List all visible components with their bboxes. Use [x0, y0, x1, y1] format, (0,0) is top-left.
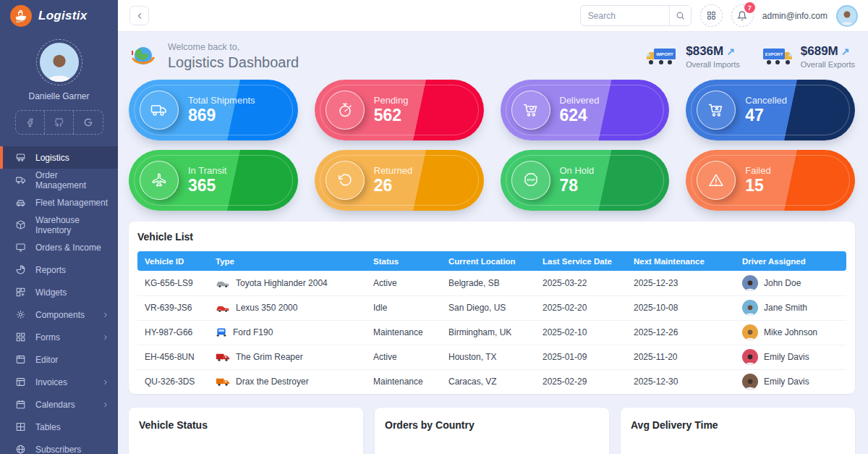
vehicle-type: The Grim Reaper — [236, 352, 303, 362]
vehicle-location: Houston, TX — [441, 345, 535, 369]
chevron-left-icon — [135, 12, 144, 20]
vehicle-id: EH-456-8UN — [137, 345, 208, 369]
sidebar-item-label: Reports — [35, 265, 66, 275]
import-truck-icon: IMPORT — [645, 46, 678, 67]
forms-grid-icon — [15, 332, 26, 342]
stat-card-failed: Failed15 — [686, 150, 855, 211]
monitor-icon — [15, 242, 26, 253]
profile-name: Danielle Garner — [0, 91, 118, 101]
sidebar-item-forms[interactable]: Forms — [0, 326, 118, 348]
user-avatar[interactable] — [836, 5, 858, 27]
rotate-ccw-icon — [326, 161, 365, 200]
sidebar-item-label: Forms — [35, 332, 60, 342]
google-icon[interactable] — [73, 111, 102, 134]
warning-triangle-icon — [697, 161, 736, 200]
stat-value: 47 — [745, 106, 787, 125]
plane-icon — [140, 161, 179, 200]
stat-label: In Transit — [188, 165, 226, 176]
table-row[interactable]: QU-326-3DS Drax the Destroyer Maintenanc… — [137, 369, 846, 394]
facebook-icon[interactable] — [16, 111, 44, 134]
search-button[interactable] — [669, 6, 691, 25]
globe-icon — [15, 444, 26, 454]
stat-value: 15 — [745, 176, 770, 195]
search-input[interactable] — [581, 6, 669, 25]
table-row[interactable]: EH-456-8UN The Grim Reaper Active Housto… — [137, 345, 846, 369]
trend-up-arrow-icon: ↗ — [726, 46, 735, 57]
orders-by-country-panel: Orders by Country — [375, 408, 609, 454]
table-row[interactable]: KG-656-LS9 Toyota Highlander 2004 Active… — [137, 271, 846, 295]
topbar-controls: 7 admin@info.com — [118, 0, 868, 31]
sidebar-item-orders-income[interactable]: Orders & Income — [0, 236, 118, 258]
search-box — [580, 5, 692, 26]
column-header: Vehicle ID — [137, 251, 208, 271]
stat-label: Cancelled — [745, 95, 787, 106]
table-icon — [15, 421, 26, 432]
panel-title: Vehicle Status — [139, 419, 353, 431]
notifications-button[interactable]: 7 — [731, 4, 754, 27]
sidebar-item-logistics[interactable]: Logistics — [0, 146, 118, 169]
last-service-date: 2025-02-10 — [535, 320, 626, 345]
overall-imports: IMPORT $836M↗ Overall Imports — [645, 44, 740, 69]
sidebar-item-calendars[interactable]: Calendars — [0, 393, 118, 416]
package-icon — [15, 219, 26, 230]
vehicle-id: VR-639-JS6 — [137, 295, 208, 320]
panel-title: Avg Delivery Time — [631, 419, 845, 431]
driver-name: John Doe — [764, 278, 801, 288]
sidebar-item-invoices[interactable]: Invoices — [0, 371, 118, 393]
driver-avatar — [742, 349, 758, 365]
vehicle-id: KG-656-LS9 — [137, 271, 208, 295]
cart-x-icon — [697, 91, 736, 130]
table-row[interactable]: VR-639-JS6 Lexus 350 2000 Idle San Diego… — [137, 295, 846, 320]
driver-avatar — [742, 374, 758, 390]
stat-card-cancelled: Cancelled47 — [686, 80, 855, 140]
stat-label: Delivered — [560, 95, 600, 106]
driver-name: Emily Davis — [764, 352, 809, 362]
table-row[interactable]: HY-987-G66 Ford F190 Maintenance Birming… — [137, 320, 846, 345]
globe-hero-icon — [129, 42, 158, 71]
column-header: Last Service Date — [535, 251, 626, 271]
exports-value: $689M — [801, 44, 838, 59]
vehicle-id: QU-326-3DS — [137, 369, 208, 394]
apps-grid-button[interactable] — [700, 4, 723, 27]
sidebar-item-components[interactable]: Components — [0, 303, 118, 326]
sidebar-item-reports[interactable]: Reports — [0, 258, 118, 281]
exports-label: Overall Exports — [801, 60, 855, 69]
back-button[interactable] — [129, 6, 149, 25]
vehicle-location: Caracas, VZ — [441, 369, 535, 394]
chevron-right-icon — [102, 379, 109, 386]
driver-name: Mike Johnson — [764, 327, 817, 337]
sidebar-item-label: Subscribers — [35, 445, 81, 454]
last-service-date: 2025-03-22 — [535, 271, 626, 295]
sidebar-item-warehouse-inventory[interactable]: Warehouse Inventory — [0, 214, 118, 236]
stat-card-total-shipments: Total Shipments869 — [129, 80, 298, 140]
stat-label: Pending — [374, 95, 409, 106]
widgets-icon — [15, 287, 26, 298]
svg-text:EXPORT: EXPORT — [765, 52, 783, 56]
next-maintenance-date: 2025-12-26 — [626, 320, 735, 345]
next-maintenance-date: 2025-12-23 — [626, 271, 735, 295]
vehicle-location: Belgrade, SB — [441, 271, 535, 295]
driver-name: Jane Smith — [764, 303, 807, 313]
avg-delivery-time-panel: Avg Delivery Time — [621, 408, 855, 454]
truck-front-icon — [216, 327, 227, 337]
brand: Logistix — [0, 0, 118, 32]
next-maintenance-date: 2025-11-20 — [626, 345, 735, 369]
sidebar-item-fleet-management[interactable]: Fleet Management — [0, 191, 118, 214]
next-maintenance-date: 2025-12-30 — [626, 369, 735, 394]
sidebar-item-label: Logistics — [35, 153, 69, 163]
github-icon[interactable] — [44, 111, 73, 134]
sidebar-item-label: Invoices — [35, 377, 67, 387]
user-email[interactable]: admin@info.com — [762, 11, 827, 21]
sidebar-item-tables[interactable]: Tables — [0, 416, 118, 438]
metrics: IMPORT $836M↗ Overall Imports EXPORT $68… — [645, 44, 855, 69]
sidebar-item-label: Warehouse Inventory — [35, 215, 109, 235]
sidebar-item-widgets[interactable]: Widgets — [0, 281, 118, 303]
sidebar-item-subscribers[interactable]: Subscribers — [0, 438, 118, 454]
imports-label: Overall Imports — [686, 60, 740, 69]
stat-label: Returned — [374, 165, 412, 176]
profile-avatar[interactable] — [40, 43, 79, 82]
sidebar-item-order-management[interactable]: Order Management — [0, 169, 118, 191]
sidebar-item-editor[interactable]: Editor — [0, 348, 118, 371]
chevron-right-icon — [102, 311, 109, 319]
sidebar-menu: Logistics Order Management Fleet Managem… — [0, 146, 118, 454]
